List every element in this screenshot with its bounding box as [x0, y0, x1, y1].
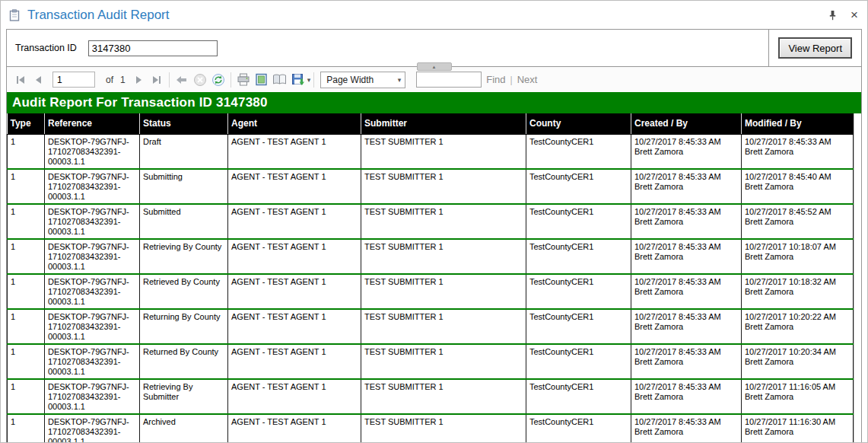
created-by-user: Brett Zamora [634, 427, 738, 437]
cell-status: Archived [140, 414, 228, 443]
modified-timestamp: 10/27/2017 11:16:30 AM [745, 417, 850, 427]
modified-timestamp: 10/27/2017 8:45:52 AM [745, 207, 850, 217]
chevron-up-icon: ▲ [432, 65, 437, 69]
modified-by-user: Brett Zamora [745, 392, 850, 402]
cell-submitter: TEST SUBMITTER 1 [361, 414, 526, 443]
created-by-user: Brett Zamora [634, 252, 738, 262]
cell-type: 1 [8, 204, 45, 239]
toolbar-separator [313, 72, 314, 88]
modified-by-user: Brett Zamora [745, 427, 850, 437]
cell-reference: DESKTOP-79G7NFJ-171027083432391-00003.1.… [45, 204, 140, 239]
page-setup-icon[interactable] [271, 71, 289, 89]
cell-modified: 10/27/2017 8:45:52 AMBrett Zamora [742, 204, 854, 239]
cell-agent: AGENT - TEST AGENT 1 [228, 204, 361, 239]
print-layout-icon[interactable] [253, 71, 271, 89]
cell-county: TestCountyCER1 [526, 204, 631, 239]
transaction-id-input[interactable] [88, 40, 218, 56]
cell-modified: 10/27/2017 8:45:40 AMBrett Zamora [742, 169, 854, 204]
created-by-user: Brett Zamora [634, 182, 738, 192]
cell-reference: DESKTOP-79G7NFJ-171027083432391-00003.1.… [45, 239, 140, 274]
clipboard-icon [8, 9, 21, 21]
cell-submitter: TEST SUBMITTER 1 [361, 309, 526, 344]
cell-reference: DESKTOP-79G7NFJ-171027083432391-00003.1.… [45, 169, 140, 204]
modified-timestamp: 10/27/2017 10:20:22 AM [745, 312, 850, 322]
modified-by-user: Brett Zamora [745, 252, 850, 262]
transaction-id-label: Transaction ID [15, 43, 77, 53]
parameter-divider [768, 30, 769, 66]
of-text: of [106, 75, 113, 85]
titlebar-controls: × [826, 9, 858, 21]
modified-by-user: Brett Zamora [745, 182, 850, 192]
report-viewport: Audit Report For Transaction ID 3147380 … [6, 92, 862, 442]
cell-reference: DESKTOP-79G7NFJ-171027083432391-00003.1.… [45, 309, 140, 344]
cell-created: 10/27/2017 8:45:33 AMBrett Zamora [631, 134, 742, 169]
created-timestamp: 10/27/2017 8:45:33 AM [634, 207, 738, 217]
current-page-input[interactable] [52, 72, 95, 88]
created-by-user: Brett Zamora [634, 392, 738, 402]
modified-by-user: Brett Zamora [745, 322, 850, 332]
created-by-user: Brett Zamora [634, 217, 738, 227]
next-page-button[interactable] [129, 71, 148, 89]
modified-timestamp: 10/27/2017 8:45:40 AM [745, 172, 850, 182]
cell-status: Retrieving By Submitter [140, 379, 228, 414]
print-icon[interactable] [234, 71, 253, 89]
first-page-button[interactable] [11, 71, 30, 89]
created-timestamp: 10/27/2017 8:45:33 AM [634, 347, 738, 357]
find-link[interactable]: Find [486, 74, 505, 85]
table-row: 1DESKTOP-79G7NFJ-171027083432391-00003.1… [8, 344, 854, 379]
cell-created: 10/27/2017 8:45:33 AMBrett Zamora [631, 274, 742, 309]
cell-status: Draft [140, 134, 228, 169]
table-row: 1DESKTOP-79G7NFJ-171027083432391-00003.1… [8, 309, 854, 344]
cell-status: Submitting [140, 169, 228, 204]
find-next-link[interactable]: Next [517, 74, 538, 85]
cell-agent: AGENT - TEST AGENT 1 [228, 169, 361, 204]
cell-type: 1 [8, 134, 45, 169]
cell-submitter: TEST SUBMITTER 1 [361, 344, 526, 379]
view-report-button[interactable]: View Report [778, 37, 852, 59]
cell-county: TestCountyCER1 [526, 379, 631, 414]
table-row: 1DESKTOP-79G7NFJ-171027083432391-00003.1… [8, 239, 854, 274]
previous-page-button[interactable] [30, 71, 48, 89]
cell-reference: DESKTOP-79G7NFJ-171027083432391-00003.1.… [45, 274, 140, 309]
table-row: 1DESKTOP-79G7NFJ-171027083432391-00003.1… [8, 134, 854, 169]
modified-timestamp: 10/27/2017 10:18:32 AM [745, 277, 850, 287]
stop-icon[interactable] [191, 71, 209, 89]
table-row: 1DESKTOP-79G7NFJ-171027083432391-00003.1… [8, 169, 854, 204]
find-input[interactable] [416, 72, 482, 88]
zoom-value: Page Width [326, 75, 374, 85]
cell-agent: AGENT - TEST AGENT 1 [228, 274, 361, 309]
cell-type: 1 [8, 344, 45, 379]
titlebar: Transaction Audit Report × [1, 1, 867, 29]
cell-agent: AGENT - TEST AGENT 1 [228, 379, 361, 414]
collapse-parameters-tab[interactable]: ▲ [417, 62, 452, 71]
page-title: Transaction Audit Report [27, 8, 169, 23]
cell-type: 1 [8, 379, 45, 414]
cell-created: 10/27/2017 8:45:33 AMBrett Zamora [631, 414, 742, 443]
cell-submitter: TEST SUBMITTER 1 [361, 274, 526, 309]
zoom-select[interactable]: Page Width ▾ [320, 72, 405, 88]
export-dropdown-caret-icon[interactable]: ▾ [307, 76, 311, 84]
cell-reference: DESKTOP-79G7NFJ-171027083432391-00003.1.… [45, 379, 140, 414]
cell-type: 1 [8, 274, 45, 309]
cell-county: TestCountyCER1 [526, 239, 631, 274]
cell-county: TestCountyCER1 [526, 274, 631, 309]
modified-by-user: Brett Zamora [745, 357, 850, 367]
cell-status: Retrieving By County [140, 239, 228, 274]
refresh-icon[interactable] [209, 71, 227, 89]
close-icon[interactable]: × [851, 9, 858, 21]
table-row: 1DESKTOP-79G7NFJ-171027083432391-00003.1… [8, 414, 854, 443]
column-header-submitter: Submitter [361, 113, 526, 134]
modified-timestamp: 10/27/2017 11:16:05 AM [745, 382, 850, 392]
back-to-parent-button[interactable] [173, 71, 191, 89]
report-header-band: Audit Report For Transaction ID 3147380 [7, 92, 861, 113]
created-by-user: Brett Zamora [634, 147, 738, 157]
column-header-type: Type [8, 113, 45, 134]
audit-table-body: 1DESKTOP-79G7NFJ-171027083432391-00003.1… [8, 134, 854, 442]
export-icon[interactable] [289, 71, 307, 89]
table-row: 1DESKTOP-79G7NFJ-171027083432391-00003.1… [8, 379, 854, 414]
cell-modified: 10/27/2017 10:20:34 AMBrett Zamora [742, 344, 854, 379]
pin-icon[interactable] [826, 9, 838, 21]
cell-created: 10/27/2017 8:45:33 AMBrett Zamora [631, 204, 742, 239]
last-page-button[interactable] [148, 71, 166, 89]
created-timestamp: 10/27/2017 8:45:33 AM [634, 277, 738, 287]
